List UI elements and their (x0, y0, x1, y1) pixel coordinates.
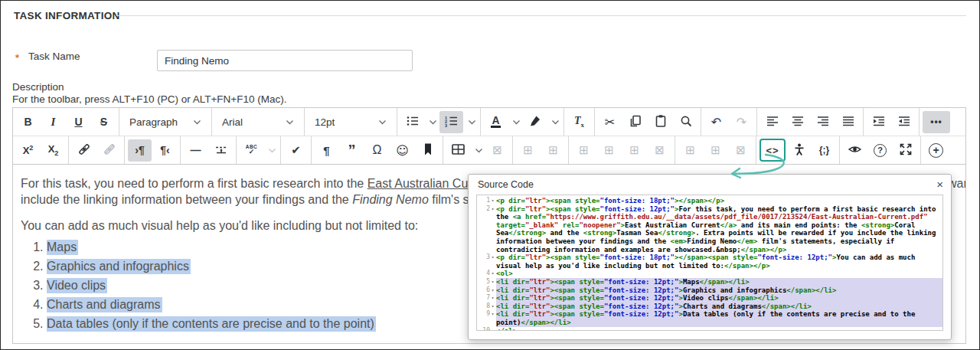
italic-button[interactable]: I (41, 111, 65, 133)
code-line: 10</ol> (477, 327, 942, 332)
code-text: </ol> (496, 327, 942, 332)
add-content-button[interactable]: + (924, 139, 948, 162)
text-color-button[interactable]: A (484, 111, 508, 133)
spellcheck-button[interactable]: ABC✓ (240, 139, 263, 162)
cut-button[interactable]: ✂ (598, 111, 622, 133)
search-button[interactable] (674, 111, 697, 133)
insert-table-button[interactable] (446, 139, 470, 162)
remove-link-button[interactable] (97, 139, 121, 162)
subscript-icon: X2 (48, 143, 59, 157)
dialog-close-icon[interactable]: × (936, 178, 943, 190)
code-line: 7▾<li dir="ltr"><span style="font-size: … (477, 294, 942, 303)
subscript-button[interactable]: X2 (41, 139, 65, 162)
code-line: 2▾<p dir="ltr"><span style="font-size: 1… (477, 205, 942, 254)
insert-column-before-icon: ⊞ (685, 143, 695, 157)
more-toolbar-button[interactable]: ••• (923, 111, 950, 133)
right-to-left-button[interactable]: ¶‹ (153, 139, 177, 162)
page-break-icon (214, 142, 228, 159)
bookmark-icon (421, 142, 435, 159)
numbered-list-menu-button[interactable] (465, 111, 477, 133)
show-blocks-button[interactable]: ¶ (315, 139, 338, 162)
dialog-header: Source Code × (469, 175, 951, 194)
align-right-button[interactable] (811, 111, 835, 133)
indent-button[interactable] (867, 111, 890, 133)
chevron-down-icon (286, 119, 294, 125)
dialog-title: Source Code (478, 179, 534, 190)
code-text: <li dir="ltr"><span style="font-size: 12… (496, 294, 942, 303)
clear-formatting-button[interactable]: Tx (567, 111, 591, 133)
underline-button[interactable]: U (67, 111, 90, 133)
math-check-button[interactable]: ✔ (284, 139, 308, 162)
copy-icon (629, 114, 642, 130)
underline-icon: U (74, 116, 82, 128)
line-number: 2▾ (477, 205, 496, 254)
preview-button[interactable] (843, 139, 867, 162)
font-family-dropdown[interactable]: Arial (215, 111, 301, 133)
line-number: 9▾ (477, 310, 496, 326)
eye-icon (848, 142, 862, 159)
align-left-button[interactable] (760, 111, 784, 133)
merge-cells-button[interactable]: ⊞ (541, 139, 565, 162)
blockquote-button[interactable]: ” (340, 139, 364, 162)
code-sample-button[interactable]: {;} (812, 139, 836, 162)
accessibility-checker-button[interactable] (787, 139, 811, 162)
delete-table-button[interactable]: ⊠ (485, 139, 509, 162)
omega-icon: Ω (373, 143, 382, 157)
numbered-list-button[interactable]: 123 (439, 111, 463, 133)
undo-button[interactable]: ↶ (704, 111, 728, 133)
insert-column-before-button[interactable]: ⊞ (678, 139, 702, 162)
redo-button[interactable]: ↷ (730, 111, 753, 133)
bullet-list-button[interactable] (400, 111, 424, 133)
highlight-color-menu-button[interactable] (548, 111, 560, 133)
delete-row-button[interactable]: ⊠ (648, 139, 671, 162)
page-break-button[interactable] (209, 139, 233, 162)
code-line: 9▾<li dir="ltr"><span style="font-size: … (477, 310, 942, 326)
insert-table-menu-button[interactable] (472, 139, 484, 162)
spellcheck-icon: ABC✓ (246, 145, 258, 156)
outdent-button[interactable] (892, 111, 916, 133)
superscript-button[interactable]: X2 (16, 139, 40, 162)
align-center-button[interactable] (786, 111, 809, 133)
insert-row-above-button[interactable]: ⊞ (597, 139, 621, 162)
merge-cells-icon: ⊞ (548, 143, 558, 157)
selected-text: Data tables (only if the contents are pr… (47, 316, 376, 332)
emoticons-button[interactable]: ☺ (390, 139, 414, 162)
special-character-button[interactable]: Ω (365, 139, 389, 162)
delete-column-button[interactable]: ⊠ (729, 139, 753, 162)
help-button[interactable]: ? (868, 139, 892, 162)
strikethrough-button[interactable]: S (92, 111, 116, 133)
highlight-color-button[interactable] (523, 111, 547, 133)
left-to-right-button[interactable]: ›¶ (128, 139, 152, 162)
copy-button[interactable] (623, 111, 647, 133)
horizontal-rule-button[interactable]: — (184, 139, 207, 162)
insert-column-after-button[interactable]: ⊞ (704, 139, 727, 162)
pilcrow-icon: ¶ (323, 144, 329, 157)
link-icon (77, 142, 91, 159)
delete-column-icon: ⊠ (736, 143, 746, 157)
line-number: 8▾ (477, 303, 496, 311)
task-name-input[interactable] (157, 50, 413, 71)
text-segment: For this task, you need to perform a fir… (21, 177, 368, 190)
anchor-button[interactable] (416, 139, 439, 162)
code-text: <li dir="ltr"><span style="font-size: 12… (496, 286, 942, 295)
bold-button[interactable]: B (16, 111, 40, 133)
text-color-menu-button[interactable] (509, 111, 521, 133)
source-code-button[interactable]: <> (760, 139, 786, 162)
source-code-editor[interactable]: 1▾<p dir="ltr"><span style="font-size: 1… (476, 195, 943, 331)
fullscreen-button[interactable] (893, 139, 917, 162)
spellcheck-menu-button[interactable] (265, 139, 277, 162)
row-properties-icon: ⊞ (579, 143, 589, 157)
row-properties-button[interactable]: ⊞ (572, 139, 596, 162)
bullet-list-menu-button[interactable] (426, 111, 438, 133)
cell-properties-button[interactable]: ⊞ (516, 139, 540, 162)
paste-button[interactable] (648, 111, 672, 133)
justify-button[interactable] (836, 111, 860, 133)
search-icon (679, 114, 693, 130)
code-text: <p dir="ltr"><span style="font-size: 18p… (496, 254, 942, 270)
accessibility-person-icon (792, 142, 806, 159)
insert-link-button[interactable] (72, 139, 96, 162)
delete-row-icon: ⊠ (655, 143, 665, 157)
paragraph-style-dropdown[interactable]: Paragraph (122, 111, 208, 133)
font-size-dropdown[interactable]: 12pt (308, 111, 394, 133)
insert-row-below-button[interactable]: ⊞ (622, 139, 646, 162)
